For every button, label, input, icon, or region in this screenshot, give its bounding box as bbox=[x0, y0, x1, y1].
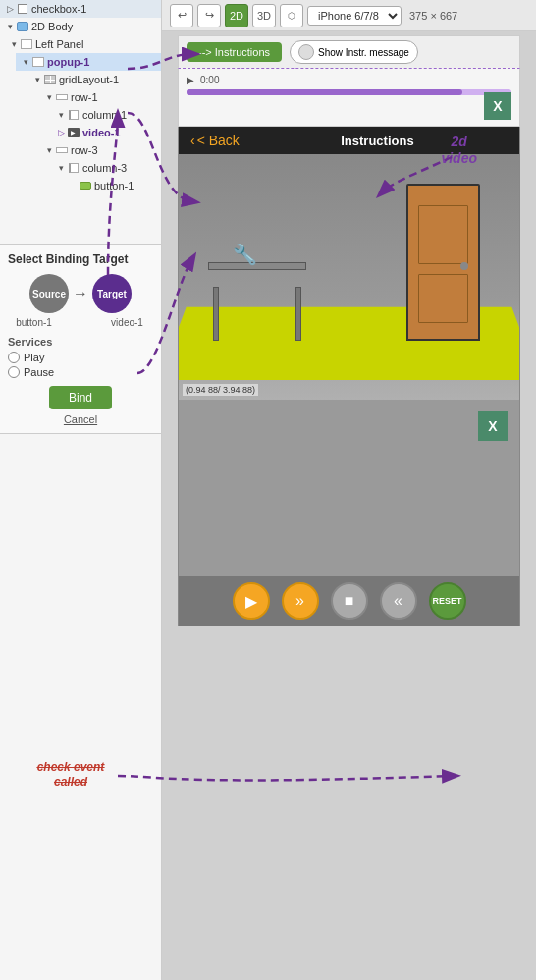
play-button[interactable]: ▶ bbox=[233, 582, 270, 620]
tree-arrow: ▾ bbox=[8, 38, 20, 50]
tree-item-leftpanel[interactable]: ▾ Left Panel bbox=[4, 35, 161, 53]
tree-item-column1[interactable]: ▾ column-1 bbox=[51, 106, 161, 124]
tree-label: column-3 bbox=[82, 162, 127, 174]
row-icon bbox=[55, 143, 69, 157]
back-chevron-icon: ‹ bbox=[190, 133, 195, 148]
tree-arrow: ▾ bbox=[43, 91, 55, 103]
binding-target-name: video-1 bbox=[105, 317, 149, 328]
body-icon bbox=[16, 20, 29, 33]
tree-arrow bbox=[67, 180, 79, 191]
bottom-toolbar: ▶ » ■ « RESET bbox=[179, 576, 519, 626]
tree-label: 2D Body bbox=[31, 21, 73, 32]
col-icon bbox=[67, 108, 80, 122]
tree-label: gridLayout-1 bbox=[59, 74, 119, 85]
back-label: < Back bbox=[197, 133, 240, 148]
gray-area: X bbox=[179, 400, 519, 576]
toolbar: ↩ ↪ 2D 3D ⬡ iPhone 6/7/8 375 × 667 bbox=[162, 0, 536, 31]
share-button[interactable]: ⬡ bbox=[280, 4, 303, 27]
binding-source-name: button-1 bbox=[12, 317, 56, 328]
binding-node-labels: button-1 video-1 bbox=[8, 317, 153, 328]
tree-item-column3[interactable]: ▾ column-3 bbox=[51, 159, 161, 177]
row-icon bbox=[55, 90, 69, 104]
tree-item-row3[interactable]: ▾ row-3 bbox=[39, 141, 161, 159]
tree-arrow: ▾ bbox=[43, 144, 55, 156]
scene-3d-content: 🔧 (0.94 88/ 3.94 88) bbox=[179, 154, 519, 400]
show-instr-label: Show Instr. message bbox=[318, 47, 409, 58]
panel-icon bbox=[20, 37, 33, 51]
left-panel: ▷ checkbox-1 ▾ 2D Body ▾ Left Panel ▾ po… bbox=[0, 0, 162, 980]
cancel-link[interactable]: Cancel bbox=[8, 413, 153, 425]
checkbox-icon bbox=[16, 2, 29, 16]
binding-arrow: → bbox=[73, 285, 88, 302]
bind-button[interactable]: Bind bbox=[49, 386, 112, 409]
redo-button[interactable]: ↪ bbox=[197, 4, 221, 27]
play-icon[interactable]: ▶ bbox=[187, 75, 194, 85]
binding-source-node: Source bbox=[29, 274, 69, 313]
service-play[interactable]: Play bbox=[8, 352, 153, 363]
binding-target-node: Target bbox=[92, 274, 132, 313]
video-icon bbox=[67, 126, 80, 139]
radio-play[interactable] bbox=[8, 352, 20, 363]
scene-coordinates: (0.94 88/ 3.94 88) bbox=[183, 384, 258, 396]
tree-label: row-3 bbox=[71, 144, 98, 156]
forward-button[interactable]: » bbox=[282, 582, 319, 620]
tree-item-row1[interactable]: ▾ row-1 bbox=[39, 88, 161, 106]
tree-item-button1[interactable]: button-1 bbox=[63, 177, 161, 194]
close-scene-button[interactable]: X bbox=[478, 411, 508, 441]
scene-door bbox=[406, 184, 480, 341]
tree-label: row-1 bbox=[71, 91, 98, 103]
tree-label: popup-1 bbox=[47, 56, 89, 68]
back-button[interactable]: ‹ < Back bbox=[190, 133, 240, 148]
tree-item-video1[interactable]: ▷ video-1 bbox=[51, 124, 161, 141]
tree-item-checkbox1[interactable]: ▷ checkbox-1 bbox=[0, 0, 161, 18]
door-panel-2 bbox=[418, 274, 468, 323]
video-progress-bar[interactable] bbox=[187, 89, 511, 95]
table-leg-right bbox=[295, 287, 301, 341]
scene-title: Instructions bbox=[247, 134, 508, 148]
tree-label: checkbox-1 bbox=[31, 3, 86, 15]
service-pause[interactable]: Pause bbox=[8, 366, 153, 378]
rewind-button[interactable]: « bbox=[380, 582, 417, 620]
target-label: Target bbox=[97, 289, 127, 299]
main-area: ↩ ↪ 2D 3D ⬡ iPhone 6/7/8 375 × 667 --> I… bbox=[162, 0, 536, 980]
tree-arrow: ▷ bbox=[55, 127, 67, 138]
show-instr-circle bbox=[298, 44, 314, 60]
binding-panel: Select Binding Target Source → Target bu… bbox=[0, 244, 162, 434]
tree-arrow: ▾ bbox=[31, 74, 43, 85]
service-play-label: Play bbox=[24, 352, 44, 363]
col-icon bbox=[67, 161, 80, 175]
source-label: Source bbox=[32, 289, 66, 299]
device-select[interactable]: iPhone 6/7/8 bbox=[307, 6, 402, 26]
video-controls: ▶ 0:00 bbox=[187, 75, 511, 85]
show-instr-button[interactable]: Show Instr. message bbox=[290, 40, 418, 64]
scene-table: 🔧 bbox=[208, 262, 306, 341]
close-video-button[interactable]: X bbox=[484, 92, 511, 120]
stop-button[interactable]: ■ bbox=[331, 582, 368, 620]
tree-arrow: ▾ bbox=[20, 56, 31, 68]
tree-label: column-1 bbox=[82, 109, 127, 121]
tree-label: video-1 bbox=[82, 127, 121, 138]
table-top bbox=[208, 262, 306, 270]
reset-button[interactable]: RESET bbox=[429, 582, 466, 620]
tree-item-2dbody[interactable]: ▾ 2D Body bbox=[0, 18, 161, 35]
video-time: 0:00 bbox=[200, 75, 219, 85]
tree-item-popup1[interactable]: ▾ popup-1 bbox=[16, 53, 161, 71]
door-knob bbox=[460, 262, 468, 270]
door-panel-1 bbox=[418, 205, 468, 264]
grid-icon bbox=[43, 73, 57, 86]
binding-title: Select Binding Target bbox=[8, 252, 153, 266]
table-leg-left bbox=[213, 287, 219, 341]
undo-button[interactable]: ↩ bbox=[170, 4, 193, 27]
mode-2d-button[interactable]: 2D bbox=[225, 4, 248, 27]
radio-pause[interactable] bbox=[8, 366, 20, 378]
tree-arrow: ▾ bbox=[4, 21, 16, 32]
tree-item-gridlayout1[interactable]: ▾ gridLayout-1 bbox=[27, 71, 161, 88]
tree-arrow: ▾ bbox=[55, 109, 67, 121]
tree-label: button-1 bbox=[94, 180, 134, 191]
services-title: Services bbox=[8, 336, 153, 348]
tree-arrow: ▾ bbox=[55, 162, 67, 174]
size-label: 375 × 667 bbox=[409, 10, 457, 22]
mode-3d-button[interactable]: 3D bbox=[252, 4, 276, 27]
tree-label: Left Panel bbox=[35, 38, 84, 50]
instructions-button[interactable]: --> Instructions bbox=[187, 42, 282, 62]
